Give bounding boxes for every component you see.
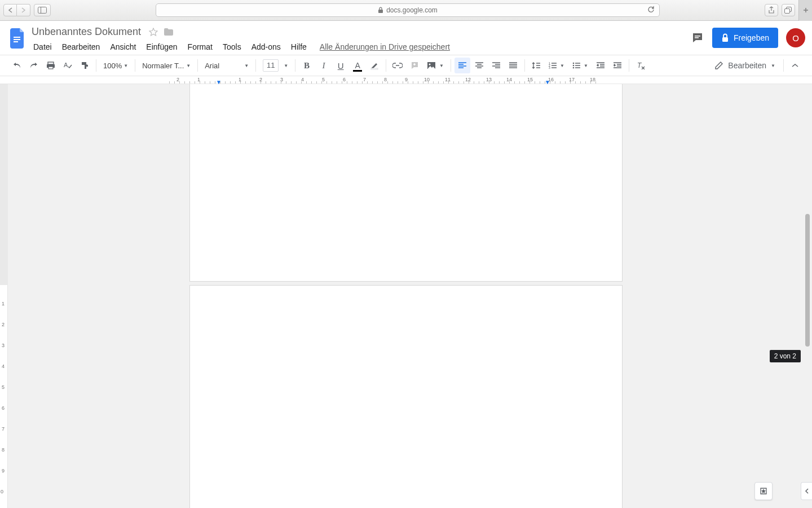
svg-rect-7 xyxy=(14,41,18,42)
svg-rect-10 xyxy=(722,37,728,42)
tabs-button[interactable] xyxy=(782,4,795,16)
browser-back-button[interactable] xyxy=(3,4,17,16)
bold-button[interactable]: B xyxy=(299,58,315,73)
bulleted-list-button[interactable]: ▼ xyxy=(569,58,592,73)
folder-icon[interactable] xyxy=(164,28,174,36)
svg-rect-15 xyxy=(371,68,378,69)
save-status[interactable]: Alle Änderungen in Drive gespeichert xyxy=(320,42,450,51)
svg-text:A: A xyxy=(64,62,68,68)
increase-indent-button[interactable] xyxy=(610,58,625,73)
svg-rect-8 xyxy=(695,36,700,37)
highlight-color-button[interactable] xyxy=(367,58,382,73)
align-center-button[interactable] xyxy=(471,58,487,73)
numbered-list-button[interactable]: 123▼ xyxy=(545,58,568,73)
side-panel-toggle[interactable] xyxy=(801,482,812,500)
zoom-dropdown[interactable]: 100%▼ xyxy=(100,58,131,73)
star-icon[interactable] xyxy=(149,28,158,37)
page-indicator-tooltip: 2 von 2 xyxy=(770,350,801,362)
insert-image-button[interactable]: ▼ xyxy=(423,58,447,73)
reload-icon[interactable] xyxy=(647,6,655,14)
font-size-input[interactable]: 11▼ xyxy=(259,58,292,73)
lock-icon xyxy=(721,33,729,42)
share-button-label: Freigeben xyxy=(734,33,769,42)
align-justify-button[interactable] xyxy=(505,58,521,73)
italic-button[interactable]: I xyxy=(316,58,332,73)
align-left-button[interactable] xyxy=(454,58,470,73)
insert-link-button[interactable] xyxy=(390,58,405,73)
svg-rect-13 xyxy=(48,67,53,69)
menu-help[interactable]: Hilfe xyxy=(287,40,311,54)
collapse-toolbar-button[interactable] xyxy=(787,58,803,73)
editing-mode-dropdown[interactable]: Bearbeiten ▼ xyxy=(710,61,780,70)
redo-button[interactable] xyxy=(26,58,42,73)
svg-text:3: 3 xyxy=(549,66,550,69)
svg-point-23 xyxy=(573,67,575,69)
share-sheet-button[interactable] xyxy=(765,4,778,16)
insert-comment-button[interactable] xyxy=(407,58,422,73)
svg-text:T: T xyxy=(637,62,642,69)
document-page-1[interactable] xyxy=(189,84,623,282)
browser-toolbar: docs.google.com xyxy=(0,0,812,21)
paint-format-button[interactable] xyxy=(77,58,92,73)
svg-rect-2 xyxy=(378,10,383,13)
align-right-button[interactable] xyxy=(488,58,504,73)
comments-button[interactable] xyxy=(691,31,704,45)
account-avatar[interactable]: O xyxy=(786,28,805,47)
svg-rect-9 xyxy=(695,37,699,38)
menu-insert[interactable]: Einfügen xyxy=(142,40,181,54)
explore-button[interactable] xyxy=(754,482,773,500)
document-title[interactable]: Unbenanntes Dokument xyxy=(29,25,143,39)
lock-icon xyxy=(378,7,383,14)
document-page-2[interactable] xyxy=(189,285,623,508)
svg-rect-6 xyxy=(14,39,20,40)
vertical-ruler[interactable]: 1 2 3 4 5 6 7 8 9 0 xyxy=(0,285,8,508)
undo-button[interactable] xyxy=(9,58,25,73)
pencil-icon xyxy=(714,61,723,70)
clear-formatting-button[interactable]: T xyxy=(633,58,648,73)
vertical-scrollbar[interactable] xyxy=(804,84,811,508)
share-button[interactable]: Freigeben xyxy=(712,28,778,48)
menu-format[interactable]: Format xyxy=(184,40,217,54)
text-color-button[interactable]: A xyxy=(350,58,365,73)
formatting-toolbar: A 100%▼ Normaler T...▼ Arial▼ 11▼ B I U … xyxy=(0,55,812,76)
document-canvas[interactable] xyxy=(8,84,804,508)
menu-tools[interactable]: Tools xyxy=(219,40,245,54)
svg-rect-4 xyxy=(785,9,790,14)
svg-rect-11 xyxy=(48,62,54,64)
scrollbar-thumb[interactable] xyxy=(805,214,810,347)
svg-point-21 xyxy=(573,63,575,64)
menu-edit[interactable]: Bearbeiten xyxy=(58,40,104,54)
spellcheck-button[interactable]: A xyxy=(60,58,76,73)
svg-rect-5 xyxy=(14,37,20,38)
sidebar-toggle-button[interactable] xyxy=(34,4,51,16)
svg-rect-0 xyxy=(38,7,47,14)
svg-point-22 xyxy=(573,65,575,67)
menubar: Datei Bearbeiten Ansicht Einfügen Format… xyxy=(29,40,691,54)
paragraph-style-dropdown[interactable]: Normaler T...▼ xyxy=(139,58,194,73)
address-url: docs.google.com xyxy=(386,6,438,14)
address-bar[interactable]: docs.google.com xyxy=(156,3,660,17)
docs-logo-icon[interactable] xyxy=(7,25,29,52)
decrease-indent-button[interactable] xyxy=(593,58,608,73)
new-tab-button[interactable] xyxy=(798,0,812,21)
menu-addons[interactable]: Add-ons xyxy=(248,40,285,54)
line-spacing-button[interactable] xyxy=(528,58,544,73)
svg-point-17 xyxy=(429,64,431,65)
menu-file[interactable]: Datei xyxy=(29,40,56,54)
workspace: 2 1 1 2 3 4 5 6 7 8 9 10 11 12 13 14 15 … xyxy=(0,76,812,508)
underline-button[interactable]: U xyxy=(333,58,348,73)
doc-titlebar: Unbenanntes Dokument Datei Bearbeiten An… xyxy=(0,21,812,55)
browser-forward-button[interactable] xyxy=(17,4,30,16)
menu-view[interactable]: Ansicht xyxy=(106,40,140,54)
print-button[interactable] xyxy=(43,58,59,73)
font-dropdown[interactable]: Arial▼ xyxy=(201,58,252,73)
horizontal-ruler[interactable]: 2 1 1 2 3 4 5 6 7 8 9 10 11 12 13 14 15 … xyxy=(0,76,812,84)
